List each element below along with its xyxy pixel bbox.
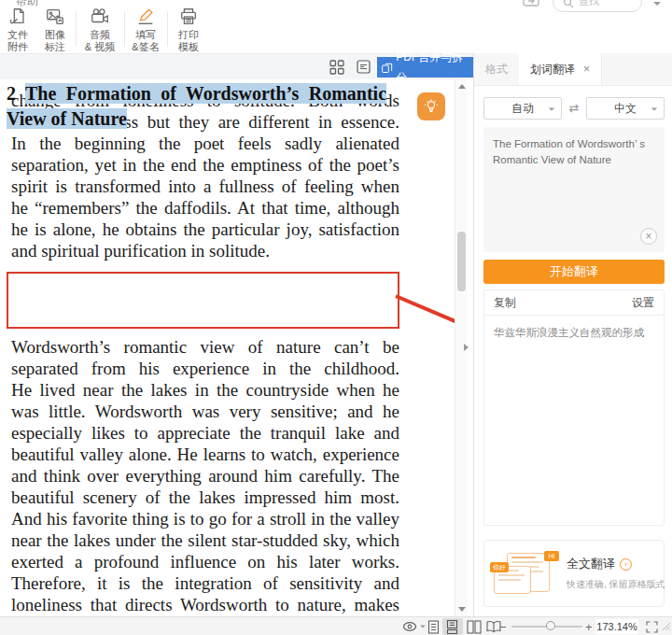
document-text-line: He lived near the lakes in the countrysi… [11, 379, 399, 401]
fullscreen-icon [646, 621, 658, 633]
document-text-line: he “remembers” the daffodils. At that ti… [11, 197, 399, 219]
panel-collapse-handle-icon[interactable] [464, 344, 469, 351]
document-text-line: exerted a profound influence on his late… [11, 551, 399, 572]
badge-nihao: 你好 [490, 562, 509, 572]
view-strip: PDF合并与拆分 [0, 53, 473, 79]
fit-screen-button[interactable] [646, 617, 658, 635]
two-page-icon [467, 620, 482, 634]
target-language-select[interactable]: 中文 [586, 97, 665, 120]
file-attachment-button[interactable]: 文件 附件 [2, 7, 34, 53]
top-toolbar: 帮助 文件 附件 图像 标注 音频 & 视频 [0, 0, 672, 53]
source-language-select[interactable]: 自动 [483, 97, 562, 120]
translation-result-box: 复制 设置 华兹华斯浪漫主义自然观的形成 [483, 289, 665, 526]
tab-format[interactable]: 格式 [474, 53, 519, 85]
source-language-value: 自动 [511, 102, 534, 115]
zoom-percentage[interactable]: 173.14% [595, 619, 638, 634]
clear-source-button[interactable]: × [640, 228, 657, 245]
tab-translate-label: 划词翻译 [530, 62, 575, 78]
source-text-box[interactable]: The Formation of Wordsworth’ s Romantic … [483, 127, 665, 252]
translation-result-text: 华兹华斯浪漫主义自然观的形成 [484, 316, 664, 349]
document-text-line: he is alone, he obtains the particular j… [11, 219, 399, 240]
swap-languages-button[interactable]: ⇄ [569, 97, 580, 120]
language-row: 自动 ⇄ 中文 [483, 97, 665, 120]
red-annotation-box [7, 272, 399, 329]
toolbar-label: 模板 [172, 41, 205, 53]
toolbar-divider [124, 11, 125, 47]
document-text-line: Wordsworth’s romantic view of nature can… [11, 336, 399, 358]
heading-line-2: View of Nature [7, 106, 386, 132]
scroll-down-icon[interactable] [458, 607, 466, 612]
zoom-out-button[interactable]: − [499, 617, 507, 635]
attachment-icon [7, 7, 28, 27]
heading-line-1: 2 The Formation of Wordsworth’s Romantic [7, 81, 386, 106]
document-text-line: In the beginning the poet feels sadly al… [11, 133, 399, 154]
document-text-line: separation, yet in the end the emptiness… [11, 154, 399, 176]
document-text-line: beautiful valley alone. He learns to wat… [11, 444, 399, 465]
translate-panel: 格式 划词翻译 × 自动 ⇄ 中文 The Formation of Words… [473, 53, 672, 616]
continuous-view-button[interactable] [446, 617, 458, 635]
fill-sign-button[interactable]: 填写 &签名 [129, 7, 162, 53]
toolbar-label: 文件 [2, 29, 34, 41]
search-input[interactable]: 查找 [553, 0, 642, 12]
document-text-line: spirit is transformed into a fullness of… [11, 176, 399, 197]
selected-text: View of Nature [7, 108, 127, 129]
document-text-line: and think over everything around him car… [11, 465, 399, 487]
scrollbar-thumb[interactable] [457, 232, 466, 291]
document-text-line: near the lakes under the silent star-stu… [11, 529, 399, 551]
scroll-up-icon[interactable] [458, 84, 466, 89]
settings-button[interactable]: 设置 [632, 295, 654, 311]
read-mode-button[interactable] [402, 617, 427, 635]
audio-video-button[interactable]: 音频 & 视频 [80, 7, 119, 53]
search-icon [563, 0, 574, 8]
resize-grip-icon [662, 622, 671, 631]
section-heading: 2 The Formation of Wordsworth’s Romantic… [7, 81, 386, 132]
tips-lightbulb-button[interactable] [417, 92, 445, 120]
chevron-down-icon [549, 107, 554, 110]
zoom-slider-thumb[interactable] [546, 621, 555, 630]
tab-translate[interactable]: 划词翻译 × [519, 53, 602, 85]
copy-button[interactable]: 复制 [494, 295, 516, 311]
merge-split-icon [381, 61, 393, 75]
continuous-page-icon [446, 620, 458, 634]
toolbar-label: 打印 [172, 29, 205, 41]
full-text-translate-card[interactable]: HI 你好 全文翻译 › 快速准确, 保留原格版式 [483, 540, 665, 607]
translate-illustration: HI 你好 [494, 551, 559, 598]
page-navigation-icon[interactable] [356, 59, 371, 75]
full-text-translate-subtitle: 快速准确, 保留原格版式 [567, 578, 665, 591]
toolbar-label: 音频 [80, 29, 119, 41]
badge-hi: HI [544, 551, 559, 561]
search-options-caret-icon[interactable] [653, 2, 661, 6]
target-language-value: 中文 [614, 102, 637, 115]
document-text-line: beautiful scenery of the lakes impressed… [11, 487, 399, 508]
resize-grip[interactable] [662, 617, 671, 635]
share-screen-icon[interactable] [523, 0, 539, 7]
selected-text: The Formation of Wordsworth’s Romantic [25, 83, 386, 104]
result-header: 复制 设置 [484, 290, 664, 316]
toolbar-label: 附件 [2, 41, 34, 53]
start-translate-button[interactable]: 开始翻译 [483, 260, 665, 284]
single-page-icon [427, 620, 440, 634]
pencil-sign-icon [135, 7, 156, 27]
zoom-in-button[interactable]: + [585, 617, 593, 635]
thumbnail-grid-icon[interactable] [329, 60, 344, 75]
source-text: The Formation of Wordsworth’ s Romantic … [483, 127, 665, 177]
tab-close-icon[interactable]: × [583, 63, 590, 76]
toolbar-divider [167, 11, 168, 47]
printer-icon [178, 7, 199, 27]
heading-number: 2 [7, 83, 16, 104]
document-text-line: Therefore, it is the integration of sens… [11, 572, 399, 594]
toolbar-label: 填写 [129, 29, 162, 41]
toolbar-label: & 视频 [80, 41, 119, 53]
two-page-view-button[interactable] [467, 617, 482, 635]
go-arrow-icon[interactable]: › [620, 558, 632, 571]
video-camera-icon [90, 7, 110, 27]
chevron-down-icon [651, 107, 657, 110]
search-placeholder: 查找 [579, 0, 599, 8]
image-annotate-button[interactable]: 图像 标注 [39, 7, 71, 53]
print-template-button[interactable]: 打印 模板 [172, 7, 205, 53]
paragraph: Wordsworth’s romantic view of nature can… [11, 336, 399, 615]
image-annotate-icon [45, 7, 65, 27]
pdf-merge-split-button[interactable]: PDF合并与拆分 [377, 57, 473, 78]
single-page-view-button[interactable] [427, 617, 440, 635]
document-page[interactable]: change from loneliness to solitude. Both… [0, 79, 455, 616]
